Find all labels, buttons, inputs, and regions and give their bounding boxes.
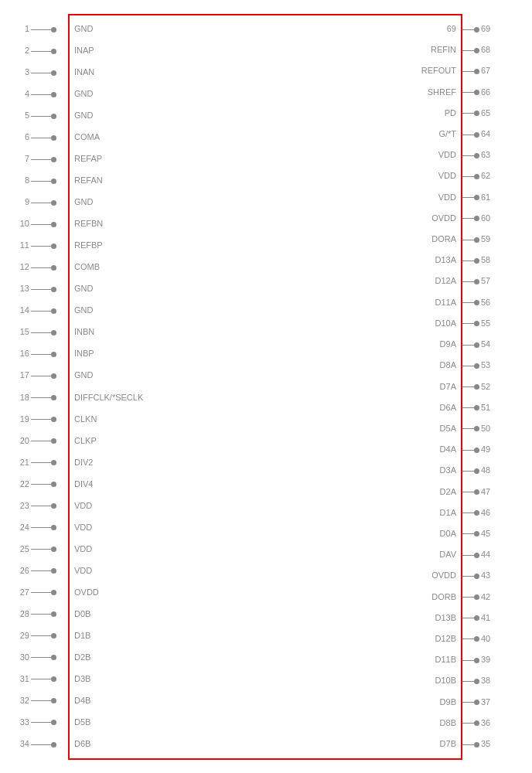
right-pin-line-54 — [462, 345, 476, 346]
left-pin-number-23: 23 — [15, 501, 29, 510]
left-pin-number-18: 18 — [15, 393, 29, 402]
left-pin-dot-25 — [51, 547, 56, 552]
left-pin-number-2: 2 — [15, 46, 29, 55]
left-pin-dot-14 — [51, 308, 56, 314]
right-pin-line-49 — [462, 450, 476, 451]
left-pin-dot-19 — [51, 417, 56, 422]
left-pin-line-32 — [31, 700, 53, 701]
right-pin-line-58 — [462, 261, 476, 261]
left-pin-label-11: REFBP — [74, 240, 103, 250]
right-pin-number-64: 64 — [481, 129, 500, 138]
left-pin-line-18 — [31, 397, 53, 398]
left-pin-number-12: 12 — [15, 262, 29, 271]
right-pin-number-50: 50 — [481, 424, 500, 433]
left-pin-line-30 — [31, 657, 53, 658]
left-pin-dot-31 — [51, 676, 56, 682]
left-pin-label-8: REFAN — [74, 175, 103, 185]
left-pin-label-23: VDD — [74, 501, 92, 510]
left-pin-line-12 — [31, 267, 53, 268]
left-pin-dot-21 — [51, 460, 56, 465]
right-pin-label-41: D13B — [435, 613, 456, 622]
left-pin-number-28: 28 — [15, 609, 29, 618]
left-pin-dot-27 — [51, 590, 56, 595]
right-pin-label-60: OVDD — [431, 213, 456, 223]
left-pin-line-13 — [31, 289, 53, 290]
right-pin-label-39: D11B — [435, 655, 456, 664]
right-pin-label-66: SHREF — [428, 87, 456, 97]
right-pin-number-55: 55 — [481, 318, 500, 328]
left-pin-line-4 — [31, 94, 53, 95]
left-pin-number-17: 17 — [15, 370, 29, 380]
left-pin-line-15 — [31, 332, 53, 333]
left-pin-dot-11 — [51, 243, 56, 249]
right-pin-label-48: D3A — [440, 465, 456, 475]
right-pin-label-46: D1A — [440, 508, 456, 517]
left-pin-label-30: D2B — [74, 652, 90, 662]
right-pin-number-47: 47 — [481, 487, 500, 496]
left-pin-line-8 — [31, 181, 53, 182]
left-pin-dot-20 — [51, 438, 56, 444]
left-pin-line-33 — [31, 722, 53, 723]
right-pin-line-41 — [462, 618, 476, 618]
right-pin-line-51 — [462, 407, 476, 408]
right-pin-label-44: DAV — [439, 550, 456, 559]
right-pin-label-69: 69 — [447, 24, 456, 33]
left-pin-label-29: D1B — [74, 631, 90, 640]
right-pin-number-53: 53 — [481, 360, 500, 369]
right-pin-number-60: 60 — [481, 213, 500, 223]
left-pin-dot-15 — [51, 330, 56, 335]
left-pin-line-10 — [31, 224, 53, 225]
left-pin-dot-3 — [51, 70, 56, 76]
left-pin-label-10: REFBN — [74, 219, 103, 228]
left-pin-label-26: VDD — [74, 566, 92, 575]
left-pin-label-1: GND — [74, 24, 93, 33]
left-pin-number-11: 11 — [15, 240, 29, 250]
right-pin-line-60 — [462, 218, 476, 219]
right-pin-label-62: VDD — [438, 171, 456, 180]
left-pin-line-31 — [31, 679, 53, 679]
right-pin-label-51: D6A — [440, 403, 456, 412]
right-pin-label-42: DORB — [431, 592, 456, 601]
left-pin-number-6: 6 — [15, 132, 29, 141]
right-pin-number-40: 40 — [481, 634, 500, 643]
left-pin-line-24 — [31, 527, 53, 528]
right-pin-line-35 — [462, 744, 476, 745]
right-pin-line-69 — [462, 29, 476, 30]
right-pin-line-57 — [462, 281, 476, 282]
right-pin-number-41: 41 — [481, 613, 500, 622]
right-pin-label-68: REFIN — [431, 45, 456, 54]
right-pin-label-35: D7B — [440, 739, 456, 748]
right-pin-number-52: 52 — [481, 382, 500, 391]
left-pin-dot-26 — [51, 568, 56, 574]
right-pin-label-52: D7A — [440, 382, 456, 391]
left-pin-number-10: 10 — [15, 219, 29, 228]
left-pin-dot-22 — [51, 482, 56, 487]
right-pin-line-68 — [462, 50, 476, 51]
left-pin-number-19: 19 — [15, 414, 29, 424]
left-pin-dot-12 — [51, 265, 56, 271]
right-pin-label-43: OVDD — [431, 570, 456, 580]
right-pin-label-58: D13A — [435, 255, 456, 264]
left-pin-dot-6 — [51, 135, 56, 141]
right-pin-line-38 — [462, 681, 476, 682]
right-pin-line-67 — [462, 71, 476, 72]
left-pin-label-18: DIFFCLK/*SECLK — [74, 393, 143, 402]
right-pin-line-65 — [462, 113, 476, 114]
left-pin-label-17: GND — [74, 370, 93, 380]
left-pin-label-3: INAN — [74, 67, 94, 77]
right-pin-label-37: D9B — [440, 697, 456, 707]
right-pin-line-37 — [462, 702, 476, 703]
left-pin-line-7 — [31, 159, 53, 160]
right-pin-line-42 — [462, 597, 476, 598]
right-pin-line-48 — [462, 471, 476, 472]
left-pin-number-31: 31 — [15, 674, 29, 683]
left-pin-label-9: GND — [74, 197, 93, 206]
right-pin-line-61 — [462, 197, 476, 198]
left-pin-label-4: GND — [74, 89, 93, 98]
left-pin-label-24: VDD — [74, 523, 92, 532]
right-pin-number-42: 42 — [481, 592, 500, 601]
left-pin-number-32: 32 — [15, 696, 29, 705]
left-pin-number-30: 30 — [15, 652, 29, 662]
left-pin-line-21 — [31, 462, 53, 463]
left-pin-dot-10 — [51, 222, 56, 227]
